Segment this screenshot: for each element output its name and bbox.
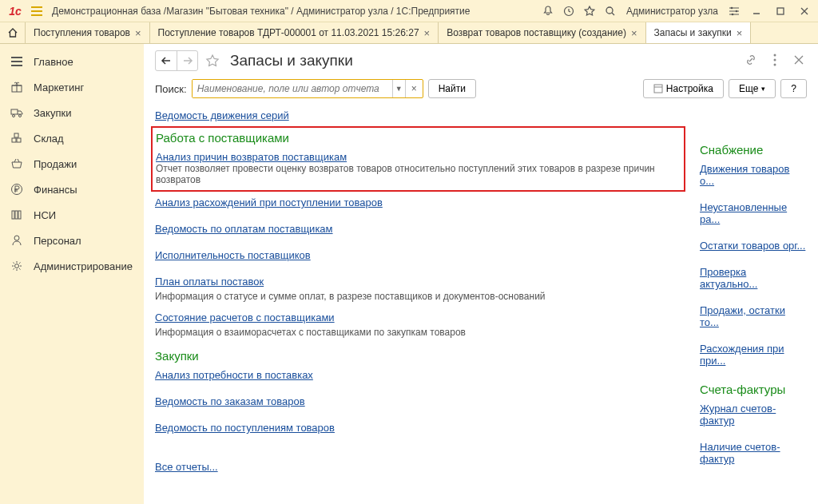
tab-inventory[interactable]: Запасы и закупки × bbox=[646, 22, 752, 43]
svg-rect-15 bbox=[15, 211, 18, 219]
tab-receipt-doc[interactable]: Поступление товаров ТДРТ-000001 от 11.03… bbox=[150, 22, 439, 43]
report-link[interactable]: Анализ расхождений при поступлении товар… bbox=[155, 196, 383, 208]
link-icon[interactable] bbox=[743, 52, 759, 68]
report-link-returns-analysis[interactable]: Анализ причин возвратов поставщикам bbox=[156, 151, 347, 163]
nav-buttons bbox=[155, 50, 198, 71]
sidebar-item-main[interactable]: Главное bbox=[0, 49, 144, 74]
highlighted-section: Работа с поставщиками Анализ причин возв… bbox=[151, 126, 685, 192]
close-icon[interactable]: × bbox=[135, 27, 141, 39]
help-button[interactable]: ? bbox=[780, 79, 807, 98]
truck-icon bbox=[10, 105, 24, 120]
settings-button[interactable]: Настройка bbox=[643, 79, 724, 98]
search-icon[interactable] bbox=[601, 2, 620, 20]
report-link[interactable]: Остатки товаров орг... bbox=[700, 240, 805, 252]
report-link[interactable]: Расхождения при при... bbox=[700, 343, 807, 367]
report-link[interactable]: Неустановленные ра... bbox=[700, 201, 807, 225]
sidebar-item-marketing[interactable]: Маркетинг bbox=[0, 74, 144, 100]
report-link[interactable]: Ведомость по поступлениям товаров bbox=[155, 422, 335, 434]
find-button[interactable]: Найти bbox=[428, 79, 476, 98]
tab-return[interactable]: Возврат товаров поставщику (создание) × bbox=[439, 22, 645, 43]
user-label[interactable]: Администратор узла bbox=[621, 6, 723, 17]
svg-rect-5 bbox=[777, 8, 784, 14]
sidebar-item-sales[interactable]: Продажи bbox=[0, 151, 144, 177]
home-tab[interactable] bbox=[0, 22, 26, 43]
svg-point-4 bbox=[732, 13, 734, 15]
more-icon[interactable] bbox=[767, 52, 783, 68]
svg-point-1 bbox=[606, 7, 613, 14]
report-link[interactable]: Состояние расчетов с поставщиками bbox=[155, 312, 335, 323]
all-reports-link[interactable]: Все отчеты... bbox=[155, 461, 218, 473]
tab-receipts[interactable]: Поступления товаров × bbox=[26, 22, 150, 43]
settings-bars-icon[interactable] bbox=[725, 2, 744, 20]
sidebar-item-label: Администрирование bbox=[34, 260, 133, 272]
close-button[interactable] bbox=[793, 2, 816, 20]
settings-label: Настройка bbox=[666, 83, 713, 94]
section-title-suppliers: Работа с поставщиками bbox=[156, 131, 681, 145]
report-link[interactable]: Исполнительность поставщиков bbox=[155, 249, 311, 261]
svg-rect-10 bbox=[14, 133, 18, 137]
list-icon bbox=[10, 54, 24, 69]
clear-icon[interactable]: × bbox=[405, 80, 423, 97]
svg-point-21 bbox=[774, 64, 776, 66]
ruble-icon bbox=[10, 182, 24, 196]
back-button[interactable] bbox=[156, 51, 177, 70]
svg-rect-16 bbox=[18, 211, 21, 219]
close-icon[interactable]: × bbox=[737, 27, 743, 39]
gear-icon bbox=[10, 259, 24, 273]
report-link[interactable]: Продажи, остатки то... bbox=[700, 304, 807, 328]
main-menu-icon[interactable] bbox=[28, 2, 46, 20]
close-panel-button[interactable] bbox=[791, 52, 807, 68]
report-link[interactable]: Ведомость по оплатам поставщикам bbox=[155, 223, 333, 235]
minimize-button[interactable] bbox=[745, 2, 768, 20]
search-label: Поиск: bbox=[155, 83, 187, 95]
close-icon[interactable]: × bbox=[424, 27, 431, 39]
maximize-button[interactable] bbox=[769, 2, 792, 20]
basket-icon bbox=[10, 157, 24, 171]
report-link[interactable]: Ведомость по заказам товаров bbox=[155, 395, 305, 407]
sidebar-item-purchases[interactable]: Закупки bbox=[0, 100, 144, 125]
svg-point-9 bbox=[19, 115, 22, 117]
report-link[interactable]: Журнал счетов-фактур bbox=[700, 403, 807, 427]
svg-point-3 bbox=[736, 10, 738, 12]
content: Запасы и закупки Поиск: ▼ × Найти Настро… bbox=[144, 44, 818, 504]
report-link[interactable]: План оплаты поставок bbox=[155, 276, 264, 288]
sidebar-item-warehouse[interactable]: Склад bbox=[0, 125, 144, 151]
more-label: Еще bbox=[739, 83, 758, 94]
close-icon[interactable]: × bbox=[631, 27, 637, 39]
more-button[interactable]: Еще ▾ bbox=[729, 79, 776, 98]
report-link[interactable]: Движения товаров о... bbox=[700, 163, 807, 187]
tab-label: Запасы и закупки bbox=[654, 27, 732, 38]
report-description: Отчет позволяет провести оценку возврато… bbox=[156, 163, 681, 185]
bell-icon[interactable] bbox=[538, 2, 558, 20]
report-link[interactable]: Наличие счетов-фактур bbox=[700, 441, 807, 465]
dropdown-icon[interactable]: ▼ bbox=[392, 80, 405, 97]
svg-point-8 bbox=[13, 115, 15, 117]
sidebar-item-personnel[interactable]: Персонал bbox=[0, 228, 144, 253]
forward-button[interactable] bbox=[177, 51, 197, 70]
favorite-button[interactable] bbox=[203, 51, 222, 70]
report-description: Информация о взаиморасчетах с поставщика… bbox=[155, 327, 685, 338]
books-icon bbox=[10, 208, 24, 222]
app-logo: 1c bbox=[2, 3, 28, 19]
report-link[interactable]: Ведомость движения серий bbox=[155, 109, 289, 121]
sidebar-item-label: Финансы bbox=[34, 184, 77, 196]
report-link[interactable]: Анализ потребности в поставках bbox=[155, 369, 313, 381]
svg-point-20 bbox=[774, 59, 776, 62]
search-input[interactable] bbox=[193, 80, 392, 97]
sidebar-item-admin[interactable]: Администрирование bbox=[0, 253, 144, 279]
svg-point-17 bbox=[14, 236, 19, 240]
person-icon bbox=[10, 233, 24, 248]
history-icon[interactable] bbox=[559, 2, 578, 20]
svg-point-2 bbox=[731, 6, 733, 9]
sidebar-item-label: Продажи bbox=[34, 158, 77, 170]
sidebar-item-finance[interactable]: Финансы bbox=[0, 177, 144, 202]
sidebar-item-nsi[interactable]: НСИ bbox=[0, 202, 144, 228]
report-link[interactable]: Проверка актуально... bbox=[700, 266, 807, 290]
titlebar: 1c Демонстрационная база /Магазин "Бытов… bbox=[0, 0, 818, 22]
star-icon[interactable] bbox=[580, 2, 599, 20]
section-title-supply: Снабжение bbox=[700, 143, 807, 157]
tab-label: Поступление товаров ТДРТ-000001 от 11.03… bbox=[158, 27, 419, 38]
sidebar-item-label: Закупки bbox=[34, 107, 71, 119]
sidebar-item-label: Склад bbox=[34, 133, 64, 145]
tab-label: Возврат товаров поставщику (создание) bbox=[447, 27, 626, 38]
